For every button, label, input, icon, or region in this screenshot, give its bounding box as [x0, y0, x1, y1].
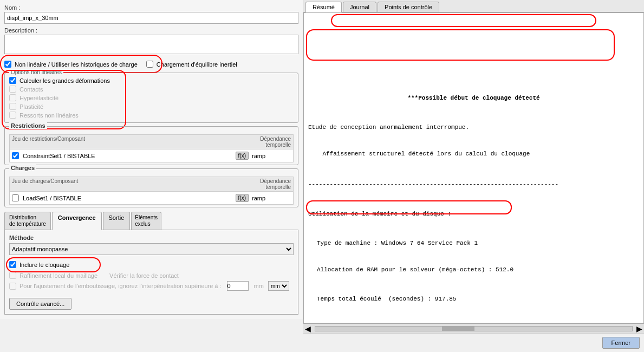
ram-alloc: Allocation de RAM pour le solveur (méga-… [317, 265, 639, 275]
plasticite-checkbox[interactable] [9, 103, 16, 110]
tab-elements-exclus[interactable]: Élémentsexclus [131, 212, 161, 230]
divider1: ----------------------------------------… [308, 180, 639, 189]
plasticite-label: Plasticité [19, 103, 43, 110]
restriction-row1-dep: ramp [250, 152, 293, 160]
verifier-label: Vérifier la force de contact [109, 272, 179, 279]
charge-row-1: LoadSet1 / BISTABLE f(x) ramp [9, 192, 294, 205]
cloquage-checkbox[interactable] [9, 261, 16, 268]
raffinement-checkbox[interactable] [9, 272, 16, 279]
controle-avance-button[interactable]: Contrôle avancé... [9, 298, 71, 310]
options-title: Options non linéaires [9, 69, 63, 75]
utilisation-title: Utilisation de la mémoire et du disque : [308, 210, 639, 219]
hyperelasticite-row[interactable]: Hyperélasticité [9, 94, 294, 101]
ajustement-label: Pour l'ajustement de l'emboutissage, ign… [19, 283, 222, 289]
machine-type: Type de machine : Windows 7 64 Service P… [317, 239, 639, 248]
contacts-row[interactable]: Contacts [9, 86, 294, 93]
restriction-fx-label: f(x) [238, 153, 246, 159]
nom-label: Nom : [4, 4, 298, 11]
chargement-checkbox-row[interactable]: Chargement d'équilibre inertiel [146, 61, 237, 68]
ressorts-checkbox[interactable] [9, 112, 16, 119]
ressorts-row[interactable]: Ressorts non linéaires [9, 112, 294, 119]
calc-grandes-def-row[interactable]: Calculer les grandes déformations [9, 77, 294, 84]
restrictions-col2-header: Dépendance temporelle [239, 135, 293, 149]
right-tab-journal[interactable]: Journal [343, 2, 376, 12]
charge-fx-label: f(x) [238, 195, 246, 201]
scroll-left-btn[interactable]: ◀ [303, 324, 313, 333]
charges-title: Charges [9, 165, 36, 171]
ajustement-unit-select[interactable]: mm [268, 281, 289, 291]
contacts-label: Contacts [19, 86, 43, 93]
restrictions-title: Restrictions [9, 122, 47, 129]
scroll-right-btn[interactable]: ▶ [635, 324, 644, 333]
right-tab-points[interactable]: Points de contrôle [378, 2, 439, 12]
methode-select[interactable]: Adaptatif monopasse [9, 243, 294, 255]
resume-content: ***Possible début de cloquage détecté Et… [303, 12, 644, 323]
ajustement-checkbox[interactable] [9, 283, 16, 290]
tab-convergence[interactable]: Convergence [52, 212, 102, 230]
nom-input[interactable] [4, 12, 298, 24]
charge-row1-checkbox[interactable] [12, 194, 19, 201]
ajustement-row[interactable]: Pour l'ajustement de l'emboutissage, ign… [9, 281, 294, 291]
nonlineaire-label: Non linéaire / Utiliser les historiques … [15, 61, 138, 68]
raffinement-label: Raffinement local du maillage [19, 272, 97, 279]
calc-grandes-def-label: Calculer les grandes déformations [19, 77, 110, 84]
charge-row1-name: LoadSet1 / BISTABLE [21, 194, 235, 203]
affaissement-line: Affaissement structurel détecté lors du … [308, 149, 639, 159]
ressorts-label: Ressorts non linéaires [19, 112, 79, 119]
description-label: Description : [4, 27, 298, 34]
scrollbar-thumb[interactable] [442, 327, 474, 331]
hyperelasticite-checkbox[interactable] [9, 94, 16, 101]
restriction-fx-button[interactable]: f(x) [236, 152, 249, 160]
restriction-row1-name: ConstraintSet1 / BISTABLE [21, 152, 235, 160]
cloquage-label: Inclure le cloquage [19, 262, 69, 268]
charge-fx-button[interactable]: f(x) [236, 194, 249, 202]
ajustement-value-input[interactable] [227, 281, 249, 291]
chargement-label: Chargement d'équilibre inertiel [157, 61, 237, 68]
charges-col2-header: Dépendance temporelle [239, 177, 293, 191]
etude-error-line: Etude de conception anormalement interro… [308, 123, 639, 132]
cloquage-checkbox-row[interactable]: Inclure le cloquage [9, 261, 69, 268]
ajustement-unit: mm [254, 283, 264, 289]
temps-ecoule: Temps total écoulé (secondes) : 917.85 [317, 295, 639, 304]
resume-text-block: ***Possible début de cloquage détecté Et… [308, 76, 639, 323]
charges-col1-header: Jeu de charges/Composant [10, 177, 239, 191]
nonlineaire-checkbox[interactable] [4, 61, 11, 68]
hyperelasticite-label: Hyperélasticité [19, 95, 58, 101]
tab-sortie[interactable]: Sortie [103, 212, 131, 230]
charge-row1-dep: ramp [250, 194, 293, 203]
restriction-row-1: ConstraintSet1 / BISTABLE f(x) ramp [9, 149, 294, 162]
restrictions-col1-header: Jeu de restrictions/Composant [10, 135, 239, 149]
fermer-button[interactable]: Fermer [602, 337, 640, 349]
description-input[interactable] [4, 35, 298, 54]
calc-grandes-def-checkbox[interactable] [9, 77, 16, 84]
horizontal-scrollbar[interactable]: ◀ ▶ [303, 323, 644, 333]
methode-label: Méthode [9, 234, 294, 241]
fermer-row: Fermer [303, 333, 644, 352]
right-tab-resume[interactable]: Résumé [305, 2, 342, 12]
chargement-checkbox[interactable] [146, 61, 153, 68]
raffinement-row[interactable]: Raffinement local du maillage Vérifier l… [9, 272, 294, 279]
scrollbar-track[interactable] [315, 326, 633, 331]
contacts-checkbox[interactable] [9, 86, 16, 93]
tab-distribution[interactable]: Distributionde température [4, 212, 51, 230]
plasticite-row[interactable]: Plasticité [9, 103, 294, 110]
cloquage-warning-line: ***Possible début de cloquage détecté [308, 94, 639, 103]
temps-cpu: Temps total CPU (secondes) : 1030.36 [317, 321, 639, 323]
nonlineaire-checkbox-row[interactable]: Non linéaire / Utiliser les historiques … [4, 61, 138, 68]
restriction-row1-checkbox[interactable] [12, 152, 19, 159]
